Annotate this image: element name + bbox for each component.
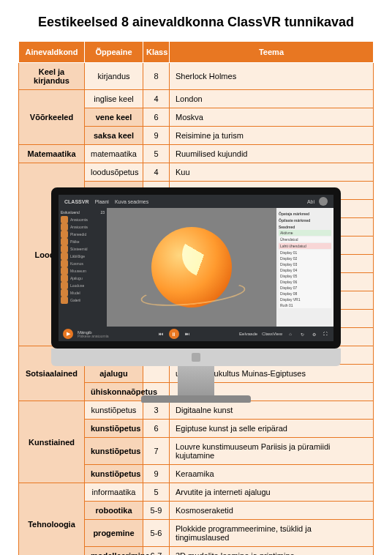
playlist-item[interactable]: Läbilõige — [61, 253, 105, 260]
topic-cell: 3D mudelite loomine ja printimine — [170, 547, 374, 556]
subject-cell: kunstiõpetus — [85, 420, 143, 438]
grade-cell: 5-9 — [143, 502, 170, 520]
viewport-3d[interactable] — [107, 208, 276, 327]
thumbnail-icon — [61, 253, 68, 260]
topic-cell: Kuu — [170, 163, 374, 182]
prev-button[interactable]: ⏮ — [157, 330, 165, 338]
monitor-stand — [178, 366, 214, 395]
playlist-item[interactable]: Päike — [61, 238, 105, 245]
col-subject: Õppeaine — [85, 42, 143, 63]
area-group-cell: Võõrkeeled — [19, 90, 85, 145]
subject-cell: kirjandus — [85, 63, 143, 90]
playlist-label: Planeedid — [70, 232, 86, 236]
home-icon[interactable]: ⌂ — [287, 330, 294, 338]
grade-cell: 9 — [143, 127, 170, 145]
thumbnail-icon — [61, 267, 68, 275]
table-row: Matemaatikamatemaatika5Ruumilised kujund… — [19, 145, 374, 163]
thumbnail-icon — [61, 245, 68, 253]
playlist-item[interactable]: Mudel — [61, 289, 105, 297]
status-connected: Ühendatud — [279, 236, 331, 242]
refresh-icon[interactable]: ↻ — [298, 330, 306, 338]
table-row: Tehnoloogiainformaatika5Arvutite ja inte… — [19, 483, 374, 502]
device-item[interactable]: Display 08 — [279, 291, 331, 297]
grade-cell: 5 — [143, 145, 170, 163]
grade-cell: 6 — [143, 108, 170, 127]
playlist-item[interactable]: Planeedid — [61, 231, 105, 238]
playlist-label: Muuseum — [70, 269, 86, 273]
playlist-label: Ajalugu — [70, 276, 83, 280]
classview-link[interactable]: ClassView — [262, 332, 282, 336]
device-item[interactable]: Display VR1 — [279, 297, 331, 302]
playlist-label: Galerii — [70, 298, 80, 302]
playlist-item[interactable]: Anatoomia — [61, 223, 105, 231]
playlist-item[interactable]: Süsteemid — [61, 245, 105, 253]
brand-logo: CLASSVR — [64, 199, 88, 204]
subject-cell: kunstiõpetus — [85, 401, 143, 420]
topic-cell: Moskva — [170, 108, 374, 127]
playlist-item[interactable]: Muuseum — [61, 267, 105, 275]
device-item[interactable]: Display 06 — [279, 279, 331, 285]
playlist-item[interactable]: Looduse — [61, 282, 105, 289]
device-item[interactable]: Display 04 — [279, 267, 331, 273]
status-active: Aktiivne — [279, 230, 331, 236]
subject-cell: kunstiõpetus — [85, 438, 143, 465]
help-link[interactable]: Abi — [307, 199, 314, 204]
apple-logo-icon — [192, 353, 200, 362]
sun-model — [151, 227, 232, 308]
playlist-count: 23 — [100, 210, 105, 215]
preview-link[interactable]: Eelvaade — [239, 332, 257, 336]
tab-plan[interactable]: Plaani — [94, 199, 108, 204]
app-topbar: CLASSVR Plaani Kuva seadmes Abi — [59, 195, 333, 208]
next-button[interactable]: ⏭ — [184, 330, 191, 338]
tab-devices[interactable]: Kuva seadmes — [115, 199, 148, 204]
playlist-item[interactable]: Ajalugu — [61, 275, 105, 282]
device-item[interactable]: Ruth 01 — [279, 302, 331, 308]
playlist-item[interactable]: Galerii — [61, 297, 105, 304]
device-item[interactable]: Display 05 — [279, 273, 331, 279]
fullscreen-icon[interactable]: ⛶ — [322, 330, 329, 338]
grade-cell: 5-6 — [143, 520, 170, 547]
grade-cell: 5 — [143, 483, 170, 502]
thumbnail-icon — [61, 238, 68, 245]
device-item[interactable]: Display 01 — [279, 250, 331, 256]
subject-cell: matemaatika — [85, 145, 143, 163]
thumbnail-icon — [61, 282, 68, 289]
playlist-item[interactable]: Anatoomia — [61, 216, 105, 223]
subject-cell: saksa keel — [85, 127, 143, 145]
player-bar: ▶ Mängib Päikese anatoomia ⏮ ⏸ ⏭ Eelvaad… — [59, 327, 333, 341]
thumbnail-icon — [61, 223, 68, 231]
subject-cell: loodusõpetus — [85, 163, 143, 182]
grade-cell: 4 — [143, 90, 170, 108]
avatar[interactable] — [319, 197, 328, 206]
device-item[interactable]: Display 07 — [279, 285, 331, 291]
settings-icon[interactable]: ⚙ — [310, 330, 317, 338]
table-row: Võõrkeeledinglise keel4London — [19, 90, 374, 108]
playlist-label: Mudel — [70, 291, 80, 295]
track-name: Päikese anatoomia — [78, 335, 109, 338]
topic-cell: Reisimine ja turism — [170, 127, 374, 145]
device-item[interactable]: Display 02 — [279, 256, 331, 261]
area-group-cell: Kunstiained — [19, 401, 85, 483]
area-cell: Matemaatika — [19, 145, 85, 163]
table-row: Keel ja kirjanduskirjandus8Sherlock Holm… — [19, 63, 374, 90]
thumbnail-icon — [61, 260, 68, 267]
monitor-overlay: CLASSVR Plaani Kuva seadmes Abi Esituslo… — [51, 187, 341, 403]
playlist-panel: Esitusloend 23 AnatoomiaAnatoomiaPlaneed… — [59, 208, 107, 327]
grade-cell: 7 — [143, 438, 170, 465]
device-item[interactable]: Display 03 — [279, 261, 331, 267]
playlist-label: Läbilõige — [70, 254, 85, 258]
student-notes-header[interactable]: Õpilaste märkmed — [279, 218, 331, 223]
status-disconnected: Lahti ühendatud — [279, 243, 331, 249]
playlist-label: Süsteemid — [70, 247, 88, 251]
topic-cell: Plokkide programmeerimine, tsüklid ja ti… — [170, 520, 374, 547]
now-playing-icon: ▶ — [63, 329, 73, 339]
playlist-label: Kosmos — [70, 261, 83, 266]
play-button[interactable]: ⏸ — [169, 329, 179, 339]
topic-cell: Digitaalne kunst — [170, 401, 374, 420]
subject-cell: progemine — [85, 520, 143, 547]
playlist-label: Anatoomia — [70, 217, 88, 222]
playlist-item[interactable]: Kosmos — [61, 260, 105, 267]
grade-cell: 3 — [143, 401, 170, 420]
playlist-label: Looduse — [70, 283, 84, 288]
teacher-notes-header[interactable]: Õpetaja märkmed — [279, 212, 331, 216]
